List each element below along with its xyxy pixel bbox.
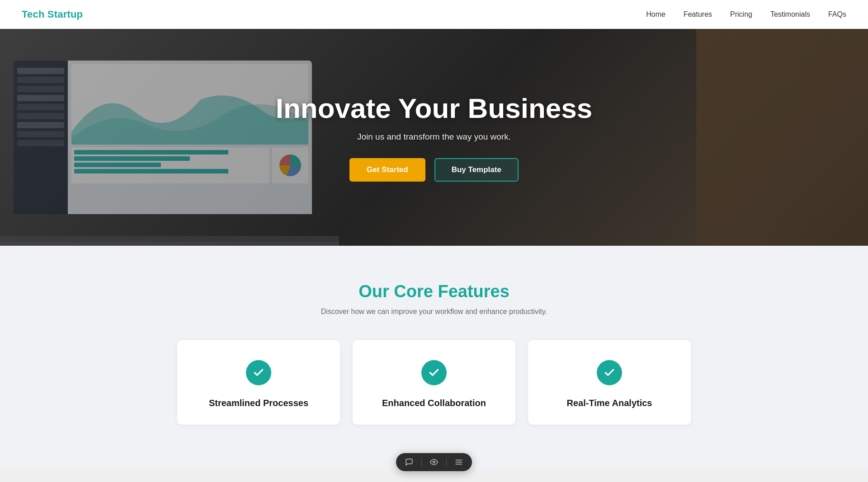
collaboration-icon-wrap (421, 360, 447, 385)
nav-item-home[interactable]: Home (646, 10, 665, 19)
nav-item-faqs[interactable]: FAQs (828, 10, 846, 19)
navbar: Tech Startup Home Features Pricing Testi… (0, 0, 868, 29)
hero-content: Innovate Your Business Join us and trans… (267, 93, 602, 182)
menu-icon[interactable] (455, 458, 463, 466)
laptop-base (0, 242, 339, 246)
bookshelf-background (696, 29, 868, 246)
check-icon-streamlined (253, 367, 264, 379)
nav-links: Home Features Pricing Testimonials FAQs (646, 10, 846, 19)
svg-point-0 (433, 461, 435, 463)
nav-item-testimonials[interactable]: Testimonials (770, 10, 810, 19)
brand-logo[interactable]: Tech Startup (22, 9, 83, 20)
hero-buttons: Get Started Buy Template (276, 158, 593, 182)
hero-section: Innovate Your Business Join us and trans… (0, 29, 868, 246)
feature-card-collaboration: Enhanced Collaboration (353, 340, 515, 425)
laptop-hinge (0, 236, 339, 242)
nav-item-pricing[interactable]: Pricing (730, 10, 752, 19)
chat-icon[interactable] (405, 458, 413, 466)
streamlined-icon-wrap (246, 360, 271, 385)
streamlined-title: Streamlined Processes (192, 398, 326, 408)
hero-subtitle: Join us and transform the way you work. (276, 132, 593, 142)
features-section-subtitle: Discover how we can improve your workflo… (22, 308, 846, 316)
get-started-button[interactable]: Get Started (349, 158, 425, 182)
check-icon-analytics (604, 367, 615, 379)
nav-item-features[interactable]: Features (684, 10, 712, 19)
analytics-title: Real-Time Analytics (542, 398, 676, 408)
eye-icon[interactable] (430, 458, 438, 466)
feature-card-streamlined: Streamlined Processes (177, 340, 340, 425)
screen-sidebar (14, 61, 68, 214)
analytics-icon-wrap (597, 360, 622, 385)
features-section-title: Our Core Features (22, 282, 846, 301)
buy-template-button[interactable]: Buy Template (434, 158, 519, 182)
features-section: Our Core Features Discover how we can im… (0, 246, 868, 470)
screen-table (71, 147, 269, 183)
toolbar-divider-1 (421, 458, 422, 467)
hero-title: Innovate Your Business (276, 93, 593, 124)
feature-card-analytics: Real-Time Analytics (528, 340, 691, 425)
toolbar-divider-2 (446, 458, 447, 467)
collaboration-title: Enhanced Collaboration (367, 398, 501, 408)
floating-toolbar (396, 453, 472, 470)
check-icon-collaboration (428, 367, 440, 379)
features-cards-container: Streamlined Processes Enhanced Collabora… (163, 340, 705, 425)
